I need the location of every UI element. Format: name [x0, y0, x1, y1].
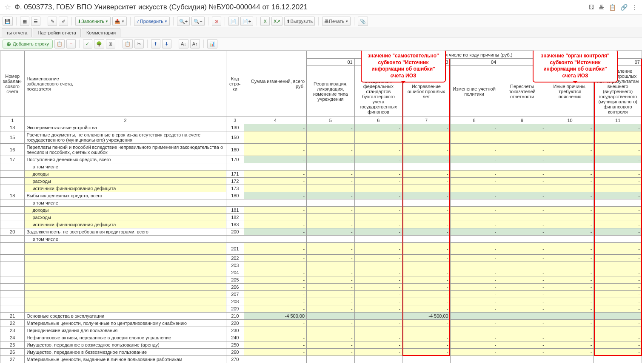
page-title: Ф. 0503773, ГОБУ ВПО Университет искусст…	[14, 3, 588, 11]
excel-icon[interactable]: X	[260, 17, 270, 26]
sort-asc-icon[interactable]: A↓	[179, 39, 188, 48]
add-row-button[interactable]: ⊕Добавить строку	[3, 40, 53, 48]
table-row[interactable]: в том числе:	[0, 199, 642, 207]
table-row[interactable]: 203--------	[0, 262, 642, 269]
print-button[interactable]: 🖶 Печать▼	[322, 17, 351, 26]
table-row[interactable]: 24Нефинансовые активы, переданные в дове…	[0, 334, 642, 341]
table-icon[interactable]: ▦	[20, 17, 29, 26]
edit-icon[interactable]: ✎	[48, 17, 57, 26]
tab-comments[interactable]: Комментарии	[82, 28, 120, 37]
check-button[interactable]: ✓ Проверить▼	[134, 17, 170, 26]
form1-icon[interactable]: 📄	[228, 17, 239, 26]
report-header-icon[interactable]: 📋	[609, 4, 616, 11]
excel2-icon[interactable]: X↗	[271, 17, 282, 26]
data-table: Номер забалан-сового счета Наименование …	[0, 51, 642, 363]
table-row[interactable]: 15Расчетные документы, не оплаченные в с…	[0, 131, 642, 144]
expand-icon[interactable]: ⊞	[106, 39, 115, 48]
check-icon[interactable]: ✓	[83, 39, 92, 48]
table-row[interactable]: 207--------	[0, 291, 642, 298]
down-icon[interactable]: ⬇	[162, 39, 171, 48]
main-toolbar: 💾 ▦ ☰ ✎ ✐ ⬇ Заполнить▼ 📥▼ ✓ Проверить▼ 🔍…	[0, 15, 642, 28]
table-row[interactable]: 208--------	[0, 298, 642, 305]
delete-row-icon[interactable]: −	[66, 39, 76, 48]
table-row[interactable]: источники финансирования дефицита183----…	[0, 221, 642, 228]
up-icon[interactable]: ⬆	[151, 39, 160, 48]
save-header-icon[interactable]: 🖫	[588, 4, 594, 11]
table-row[interactable]: расходы182--------	[0, 214, 642, 221]
tree-icon[interactable]: 🌳	[94, 39, 104, 48]
table-row[interactable]: источники финансирования дефицита173----…	[0, 185, 642, 192]
sort-desc-icon[interactable]: A↑	[190, 39, 200, 48]
table-row[interactable]: доходы181--------	[0, 207, 642, 214]
fill-extra-button[interactable]: 📥▼	[112, 17, 127, 26]
list-icon[interactable]: ☰	[31, 17, 40, 26]
link-header-icon[interactable]: 🔗	[620, 4, 628, 11]
favorite-star-icon[interactable]: ☆	[4, 3, 11, 12]
export-button[interactable]: ⬆ Выгрузить	[284, 17, 315, 26]
table-row[interactable]: 23Периодические издания для пользования2…	[0, 327, 642, 334]
table-row[interactable]: в том числе:	[0, 163, 642, 171]
zoom-out-icon[interactable]: 🔍−	[191, 17, 204, 26]
more-header-icon[interactable]: ⋮	[632, 4, 638, 11]
table-row[interactable]: 21Основные средства в эксплуатации210-4 …	[0, 313, 642, 320]
callout-1: значение "самостоятельно" субконто "Исто…	[361, 51, 446, 82]
table-row[interactable]: 205--------	[0, 276, 642, 284]
print-header-icon[interactable]: 🖶	[599, 4, 605, 11]
copy-icon[interactable]: 📋	[123, 39, 133, 48]
form2-icon[interactable]: 📄+	[240, 17, 253, 26]
header-d04: Изменение учетной политики	[450, 66, 498, 117]
table-row[interactable]: в том числе:	[0, 236, 642, 243]
attach-icon[interactable]: 📎	[358, 17, 368, 26]
table-row[interactable]: 25Имущество, переданное в возмездное пол…	[0, 341, 642, 349]
table-row[interactable]: доходы171--------	[0, 171, 642, 178]
table-row[interactable]: расходы172--------	[0, 178, 642, 185]
table-row[interactable]: 16Переплаты пенсий и пособий вследствие …	[0, 144, 642, 156]
header-c01: 01	[307, 59, 355, 66]
save-button[interactable]: 💾	[3, 17, 13, 26]
header-d01: Реорганизация, ликвидация, изменение тип…	[307, 66, 355, 117]
header-sum: Сумма изменений, всего руб.	[244, 51, 306, 117]
tabs: ты отчета Настройки отчета Комментарии	[0, 28, 642, 37]
copy-row-icon[interactable]: 📋	[54, 39, 65, 48]
table-row[interactable]: 206--------	[0, 284, 642, 291]
zoom-in-icon[interactable]: 🔍+	[177, 17, 190, 26]
table-row[interactable]: 22Материальные ценности, полученные по ц…	[0, 320, 642, 327]
header-name: Наименование забалансового счета, показа…	[25, 51, 226, 117]
tab-report[interactable]: ты отчета	[2, 28, 32, 37]
table-row[interactable]: 13Экспериментальные устройства130-------…	[0, 124, 642, 131]
table-row[interactable]: 27Материальные ценности, выданные в личн…	[0, 356, 642, 363]
sub-toolbar: ⊕Добавить строку 📋 − ✓ 🌳 ⊞ 📋 ✂ ⬆ ⬇ A↓ A↑…	[0, 37, 642, 51]
header-num: Номер забалан-сового счета	[0, 51, 25, 117]
chart-icon[interactable]: 📊	[207, 39, 217, 48]
tab-settings[interactable]: Настройки отчета	[33, 28, 80, 37]
table-row[interactable]: 18Выбытия денежных средств, всего180----…	[0, 192, 642, 199]
cut-icon[interactable]: ✂	[134, 39, 144, 48]
table-row[interactable]: 17Поступления денежных средств, всего170…	[0, 156, 642, 163]
table-row[interactable]: 20Задолженность, не востребованная креди…	[0, 228, 642, 236]
callout-2: значение "орган контроля" субконто "Исто…	[533, 51, 618, 82]
header-code: Код стро-ки	[226, 51, 244, 117]
eraser-icon[interactable]: ✐	[59, 17, 68, 26]
fill-button[interactable]: ⬇ Заполнить▼	[75, 17, 111, 26]
table-row[interactable]: 204--------	[0, 269, 642, 276]
table-row[interactable]: 209--------	[0, 305, 642, 313]
table-row[interactable]: 26Имущество, переданное в безвозмездное …	[0, 349, 642, 356]
table-row[interactable]: 202--------	[0, 255, 642, 262]
table-row[interactable]: 201--------	[0, 243, 642, 255]
cancel-icon[interactable]: ⊘	[212, 17, 221, 26]
header-c04: 04	[450, 59, 498, 66]
